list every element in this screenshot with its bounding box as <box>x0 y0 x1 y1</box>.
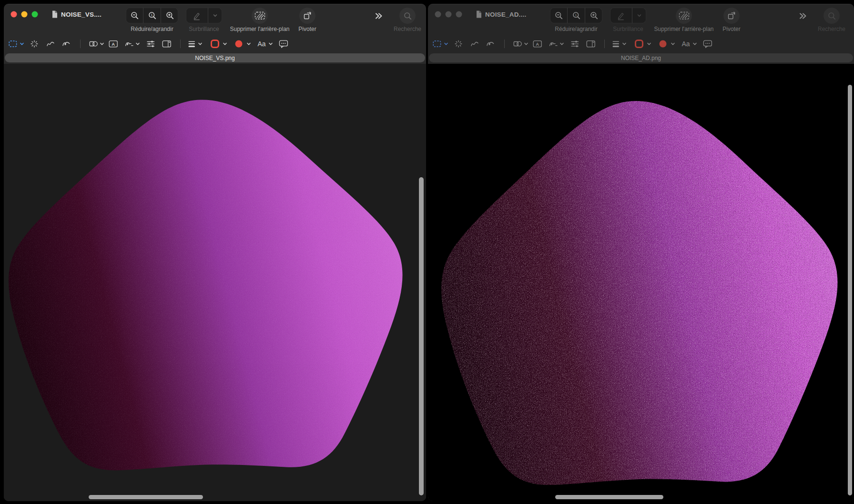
panel-button[interactable] <box>586 40 596 49</box>
preview-window-noise-ad: NOISE_AD.... Réduire/agrandir Surbrillan… <box>428 4 854 501</box>
highlight-button[interactable] <box>186 8 208 23</box>
rotate-button[interactable] <box>723 8 740 24</box>
actual-size-button[interactable] <box>567 8 585 23</box>
border-color-swatch <box>635 40 644 49</box>
text-style-label: Aa <box>257 40 265 48</box>
window-title-area: NOISE_VS.... <box>51 10 102 18</box>
comment-bubble-icon <box>703 40 712 49</box>
sign-chevron[interactable] <box>135 41 141 47</box>
zoom-out-button[interactable] <box>550 8 567 23</box>
chevron-down-icon <box>692 41 698 47</box>
draw-squiggle-icon <box>62 40 71 49</box>
text-style-label: Aa <box>681 40 690 48</box>
image-canvas[interactable] <box>428 64 854 501</box>
vertical-scrollbar[interactable] <box>419 177 424 495</box>
filename-bar[interactable]: NOISE_AD.png <box>429 53 853 62</box>
instant-alpha-button[interactable] <box>454 40 463 49</box>
zoom-in-button[interactable] <box>161 8 178 23</box>
border-color-chevron[interactable] <box>223 41 228 47</box>
adjust-button[interactable] <box>146 40 155 49</box>
chevron-down-icon <box>198 41 203 47</box>
chevron-down-icon <box>268 41 274 47</box>
highlight-color-chevron[interactable] <box>208 8 222 23</box>
draw-button[interactable] <box>486 40 495 49</box>
search-button[interactable] <box>824 8 840 24</box>
adjust-button[interactable] <box>570 40 580 49</box>
close-button[interactable] <box>11 11 17 18</box>
shapes-button[interactable] <box>89 40 98 49</box>
zoom-in-button[interactable] <box>585 8 602 23</box>
remove-background-button[interactable] <box>252 8 268 24</box>
horizontal-scrollbar[interactable] <box>89 495 203 499</box>
text-style-chevron[interactable] <box>692 41 698 47</box>
text-box-button[interactable] <box>109 40 118 49</box>
image-canvas[interactable] <box>4 64 426 501</box>
highlight-pen-icon <box>192 11 202 20</box>
signature-icon <box>125 40 134 49</box>
zoom-button-group <box>126 8 178 23</box>
sketch-button[interactable] <box>470 40 479 49</box>
line-weight-button[interactable] <box>187 40 196 49</box>
selection-tool-chevron[interactable] <box>20 41 25 47</box>
chevron-down-icon <box>246 41 252 47</box>
sign-button[interactable] <box>549 40 558 49</box>
document-icon <box>51 10 58 18</box>
sign-chevron[interactable] <box>559 41 565 47</box>
text-box-icon <box>109 40 118 49</box>
minimize-button[interactable] <box>21 11 28 18</box>
sign-button[interactable] <box>125 40 134 49</box>
minimize-button[interactable] <box>446 11 452 18</box>
chevron-down-icon <box>20 41 25 47</box>
text-style-button[interactable]: Aa <box>257 40 265 48</box>
window-title-area: NOISE_AD.... <box>476 10 526 18</box>
annotation-button[interactable] <box>703 40 712 49</box>
text-box-icon <box>533 40 542 49</box>
panel-button[interactable] <box>162 40 172 49</box>
line-weight-chevron[interactable] <box>198 41 203 47</box>
annotation-button[interactable] <box>279 40 288 49</box>
rotate-button[interactable] <box>299 8 315 24</box>
selection-tool-chevron[interactable] <box>444 41 449 47</box>
text-style-chevron[interactable] <box>268 41 274 47</box>
border-color-button[interactable] <box>211 40 220 49</box>
actual-size-button[interactable] <box>143 8 161 23</box>
text-box-button[interactable] <box>533 40 542 49</box>
search-button[interactable] <box>399 8 416 24</box>
fill-color-chevron[interactable] <box>671 41 676 47</box>
instant-alpha-button[interactable] <box>30 40 39 49</box>
toolbar-overflow-button[interactable] <box>795 8 811 24</box>
toolbar-overflow-button[interactable] <box>371 8 387 24</box>
border-color-chevron[interactable] <box>647 41 652 47</box>
text-style-button[interactable]: Aa <box>681 40 690 48</box>
remove-background-button[interactable] <box>676 8 692 24</box>
fill-color-swatch <box>234 40 244 49</box>
line-weight-button[interactable] <box>611 40 620 49</box>
shapes-button[interactable] <box>513 40 522 49</box>
close-button[interactable] <box>435 11 441 18</box>
highlight-button[interactable] <box>610 8 632 23</box>
sketch-button[interactable] <box>46 40 55 49</box>
selection-rectangle-icon <box>433 40 442 48</box>
chevron-down-icon <box>444 41 449 47</box>
shapes-chevron[interactable] <box>100 41 105 47</box>
zoom-out-button[interactable] <box>126 8 143 23</box>
chevron-down-icon <box>559 41 565 47</box>
border-color-button[interactable] <box>635 40 644 49</box>
fill-color-button[interactable] <box>659 40 668 49</box>
search-icon <box>827 11 836 20</box>
filename-bar[interactable]: NOISE_VS.png <box>5 53 425 62</box>
horizontal-scrollbar[interactable] <box>555 495 663 499</box>
selection-tool-button[interactable] <box>9 40 18 48</box>
fill-color-chevron[interactable] <box>246 41 252 47</box>
highlight-color-chevron[interactable] <box>632 8 646 23</box>
image-noise-vs-blob <box>5 94 407 486</box>
fill-color-button[interactable] <box>234 40 244 49</box>
shapes-chevron[interactable] <box>524 41 529 47</box>
draw-button[interactable] <box>62 40 71 49</box>
selection-tool-button[interactable] <box>433 40 442 48</box>
zoom-window-button[interactable] <box>456 11 462 18</box>
vertical-scrollbar[interactable] <box>848 85 852 495</box>
magnifier-one-icon <box>572 11 581 20</box>
zoom-window-button[interactable] <box>32 11 38 18</box>
line-weight-chevron[interactable] <box>622 41 627 47</box>
